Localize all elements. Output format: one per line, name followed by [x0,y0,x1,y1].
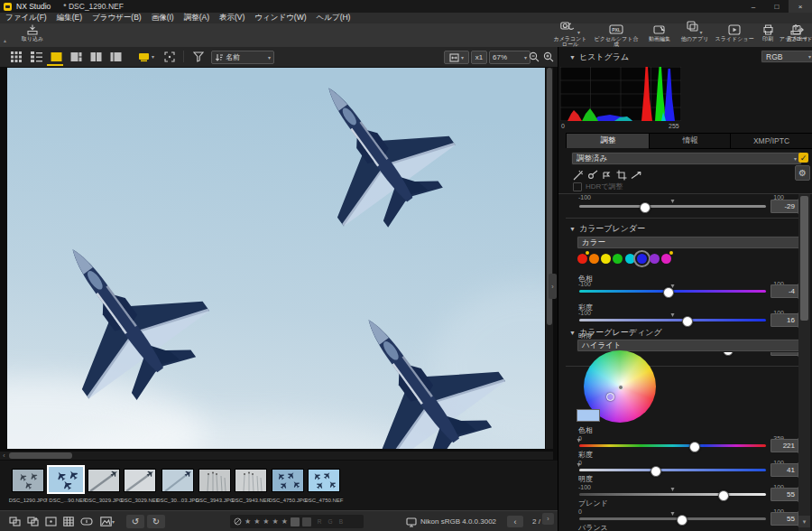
slider-value[interactable]: -29 [770,200,798,213]
swatch-blue-selected[interactable] [637,254,647,264]
camera-control-button[interactable]: ▾ カメラコントロール [552,24,588,46]
slider-knob[interactable] [663,287,674,298]
viewer-horizontal-scrollbar[interactable]: ‹ [0,452,553,460]
tab-xmp-iptc[interactable]: XMP/IPTC [730,133,812,149]
swatch-purple[interactable] [650,254,660,264]
slider-track[interactable] [579,493,766,496]
color-grading-section-header[interactable]: ▼カラーグレーディング [569,327,662,339]
photo-tray-icon[interactable]: ▾ [135,51,157,62]
thumbnail-dsc-1290-nef-selected[interactable] [49,467,83,492]
star-rating-icon[interactable]: ★ [245,518,251,526]
color-blender-section-header[interactable]: ▼カラーブレンダー [569,223,645,235]
full-screen-icon[interactable] [162,51,177,62]
fit-to-screen-button[interactable]: ▾ [444,51,469,64]
menu-image[interactable]: 画像(I) [152,13,174,23]
rotate-cw-button[interactable]: ↻ [147,515,165,528]
star-rating-icon[interactable]: ★ [254,518,260,526]
slider-knob[interactable] [640,202,651,213]
zoom-level-dropdown[interactable]: 67% ▾ [489,51,531,64]
grid-overlay-icon[interactable] [61,516,76,527]
tab-adjustments[interactable]: 調整 [566,133,651,148]
thumbnail-dsc-3943-jpg[interactable] [199,470,230,491]
panel-scrollbar[interactable]: ▾ [798,194,810,531]
swatch-orange[interactable] [589,254,599,264]
bottom-panel-handle[interactable]: › [542,513,554,525]
menu-browser[interactable]: ブラウザー(B) [92,13,142,23]
other-apps-button[interactable]: ▾ 他のアプリ [678,24,711,46]
compare-two-view-icon[interactable] [88,51,103,62]
export-button[interactable]: 書き出す [784,24,811,46]
slider-knob[interactable] [682,316,693,327]
star-rating-icon[interactable]: ★ [272,518,279,526]
zoom-in-icon[interactable] [541,51,556,62]
slider-track[interactable] [579,469,766,471]
image-and-filmstrip-view-icon[interactable] [69,51,83,62]
minimize-button[interactable]: – [742,0,765,13]
panel-collapse-handle[interactable]: › [549,274,557,299]
import-button[interactable]: 取り込み [14,24,51,46]
info-overlay-icon[interactable] [79,516,94,527]
thumbnail-list-view-icon[interactable] [29,51,43,62]
sort-dropdown[interactable]: 名前 ▾ [211,51,274,64]
settings-gear-icon[interactable]: ⚙ [795,165,810,181]
label-letter[interactable]: G [328,518,333,525]
slider-value[interactable]: 16 [770,313,798,327]
actual-size-button[interactable]: x1 [471,51,487,64]
filmstrip-side-view-icon[interactable] [108,51,123,62]
previous-image-button[interactable]: ‹ [507,516,523,527]
thumbnail-dsc-3029-jpg[interactable] [88,470,119,491]
tab-info[interactable]: 情報 [649,133,732,149]
zoom-out-icon[interactable] [527,51,541,62]
scrollbar-thumb[interactable] [9,452,72,459]
multi-compare-icon[interactable] [25,516,40,527]
thumbnail-dsc-3029-nef[interactable] [125,470,155,491]
label-letter[interactable]: B [339,518,343,525]
photo-blue-impulse-jets[interactable] [7,68,545,449]
thumbnail-dsc-4750-jpg[interactable] [272,470,303,491]
thumbnail-dsc-4750-nef[interactable] [309,470,339,491]
histogram-overlay-icon[interactable]: ▾ [97,516,117,527]
rotate-ccw-button[interactable]: ↺ [126,515,144,528]
swatch-cyan[interactable] [625,254,635,264]
print-button[interactable]: 印刷 [756,24,780,46]
slider-value[interactable]: 55 [770,512,798,526]
swatch-red[interactable] [577,254,587,264]
thumbnail-dsc-1290-jpg[interactable] [13,470,43,491]
histogram-channel-dropdown[interactable]: RGB ▾ [761,50,812,63]
menu-file[interactable]: ファイル(F) [5,13,47,23]
apply-adjustments-checkbox[interactable]: ✓ [798,153,808,163]
thumbnail-dsc-3943-nef[interactable] [235,470,266,491]
slider-track[interactable] [579,319,766,321]
image-view-icon[interactable] [49,51,63,62]
swatch-green[interactable] [613,254,623,264]
scroll-down-icon[interactable]: ▾ [798,516,810,527]
menu-adjust[interactable]: 調整(A) [184,13,209,23]
label-menu-button[interactable] [302,517,311,526]
adjustment-preset-dropdown[interactable]: 調整済み ▾ [571,152,802,165]
menu-help[interactable]: ヘルプ(H) [317,13,351,23]
swatch-magenta[interactable] [661,254,671,264]
scrollbar-thumb[interactable] [800,196,808,321]
slider-track[interactable] [579,205,766,208]
star-rating-icon[interactable]: ★ [263,518,269,526]
slider-track[interactable] [579,290,766,293]
filter-icon[interactable] [191,51,206,62]
menu-window[interactable]: ウィンドウ(W) [254,13,306,23]
palette-collapse-icon[interactable]: ▲ [3,38,7,43]
no-rating-icon[interactable] [234,517,242,526]
straighten-icon[interactable] [631,168,641,184]
wheel-selector[interactable] [606,393,614,401]
slider-knob[interactable] [677,515,687,526]
movie-edit-button[interactable]: 動画編集 [644,24,675,46]
thumbnail-grid-view-icon[interactable] [9,51,23,62]
slider-track[interactable] [579,517,766,520]
label-toggle-button[interactable] [291,517,300,526]
label-letter[interactable]: R [318,518,322,525]
slideshow-button[interactable]: スライドショー [715,24,754,46]
scroll-left-icon[interactable]: ‹ [0,452,8,460]
thumbnail-dsc-30-03-jpg[interactable] [162,470,193,491]
menu-view[interactable]: 表示(V) [219,13,245,23]
pixel-shift-merge-button[interactable]: PXL ピクセルシフト合成 [592,24,641,46]
fit-frame-icon[interactable] [43,516,58,527]
compare-images-icon[interactable] [7,516,22,527]
